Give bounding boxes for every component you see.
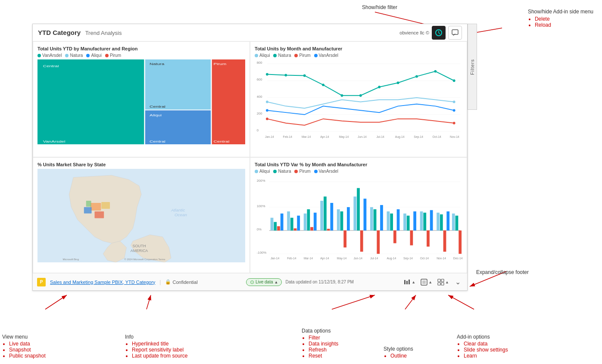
report-icon: P <box>37 278 46 286</box>
svg-rect-146 <box>441 279 444 282</box>
svg-text:200: 200 <box>257 112 263 115</box>
map-chart[interactable]: Atlantic Ocean SOUTH AMERICA Microsoft B… <box>37 169 245 262</box>
svg-rect-142 <box>409 280 410 284</box>
filters-panel[interactable]: Filters <box>468 24 477 110</box>
svg-text:Aliqui: Aliqui <box>150 113 162 117</box>
show-hide-addin-annotation: Show/hide Add-in side menu Delete Reload <box>528 9 593 28</box>
svg-text:Apr-14: Apr-14 <box>320 135 329 139</box>
svg-rect-86 <box>290 218 293 231</box>
svg-text:Mar-14: Mar-14 <box>304 257 313 260</box>
svg-text:Jan-14: Jan-14 <box>271 257 280 260</box>
svg-text:May-14: May-14 <box>337 257 347 260</box>
svg-text:Jun-14: Jun-14 <box>353 257 362 260</box>
svg-text:800: 800 <box>257 61 263 65</box>
comment-icon-button[interactable] <box>448 26 462 40</box>
line-chart-panel: Total Units by Month and Manufacturer Al… <box>250 41 467 157</box>
svg-line-4 <box>147 295 151 309</box>
svg-rect-118 <box>423 213 426 230</box>
svg-point-34 <box>284 74 287 76</box>
svg-rect-88 <box>297 216 300 230</box>
svg-rect-81 <box>271 218 274 231</box>
svg-point-33 <box>266 73 268 76</box>
svg-rect-112 <box>397 209 400 230</box>
svg-text:Sep-14: Sep-14 <box>414 135 423 139</box>
svg-rect-98 <box>340 212 343 230</box>
svg-text:Nov-14: Nov-14 <box>450 135 459 138</box>
svg-text:Oct-14: Oct-14 <box>420 257 429 260</box>
svg-rect-89 <box>304 214 307 230</box>
info-annotation: Info Hyperlinked title Report sensitivit… <box>125 334 187 359</box>
svg-text:Central: Central <box>150 139 165 143</box>
svg-rect-141 <box>406 281 408 284</box>
svg-rect-105 <box>370 207 373 230</box>
line-legend: Aliqui Natura Pirum VanArsdel <box>255 53 462 58</box>
map-panel: % Units Market Share by State <box>33 157 250 273</box>
addin-options-button[interactable]: ▲ <box>436 278 451 286</box>
svg-rect-96 <box>330 203 333 230</box>
footer-center: ⊙ Live data ▲ Data updated on 11/12/19, … <box>246 278 354 286</box>
treemap-chart[interactable]: VanArsdel Central Natura Central Aliqui … <box>37 59 245 144</box>
report-title: YTD Category Trend Analysis <box>38 29 122 37</box>
svg-rect-87 <box>294 228 297 230</box>
svg-rect-126 <box>455 216 459 230</box>
addin-icon-button[interactable] <box>432 26 446 40</box>
svg-text:0%: 0% <box>257 227 262 231</box>
line-chart[interactable]: 800 600 400 200 0 <box>255 59 462 144</box>
svg-point-44 <box>266 101 268 103</box>
svg-rect-127 <box>459 230 462 254</box>
svg-rect-91 <box>310 227 313 230</box>
style-options-annotation: Style options Outline <box>384 346 413 359</box>
svg-text:600: 600 <box>257 78 263 81</box>
svg-rect-11 <box>37 59 144 144</box>
legend-pirum: Pirum <box>105 53 121 58</box>
style-options-button[interactable]: ▲ <box>419 278 434 286</box>
svg-text:Jul-14: Jul-14 <box>370 257 378 260</box>
svg-text:Sep-14: Sep-14 <box>403 257 413 260</box>
footer-left: P Sales and Marketing Sample PBIX, YTD C… <box>37 278 198 286</box>
svg-text:Aug-14: Aug-14 <box>387 257 396 260</box>
svg-rect-119 <box>427 230 430 246</box>
report-title-link[interactable]: Sales and Marketing Sample PBIX, YTD Cat… <box>50 280 155 285</box>
svg-rect-109 <box>387 212 390 230</box>
svg-point-47 <box>453 109 455 112</box>
svg-rect-140 <box>404 280 405 284</box>
svg-text:© 2024 Microsoft Corporation T: © 2024 Microsoft Corporation Terms <box>125 258 165 261</box>
svg-point-38 <box>359 94 362 97</box>
svg-text:Dec-14: Dec-14 <box>453 257 462 260</box>
svg-rect-66 <box>86 201 91 207</box>
svg-point-41 <box>415 75 418 78</box>
svg-rect-106 <box>374 209 377 230</box>
expand-collapse-footer-button[interactable]: ⌄ <box>452 277 463 287</box>
svg-text:Central: Central <box>213 139 229 143</box>
bar-chart[interactable]: 200% 100% 0% -100% <box>255 175 462 260</box>
svg-rect-107 <box>377 230 380 254</box>
svg-rect-114 <box>407 216 410 230</box>
svg-text:Mar-14: Mar-14 <box>302 135 311 138</box>
svg-point-45 <box>453 101 455 103</box>
view-menu-annotation: View menu Live data Snapshot Public snap… <box>2 334 46 359</box>
svg-rect-63 <box>101 202 110 209</box>
svg-point-37 <box>341 94 343 97</box>
svg-point-46 <box>266 109 268 112</box>
svg-line-3 <box>45 295 67 309</box>
svg-rect-115 <box>410 230 413 245</box>
svg-rect-148 <box>441 283 444 285</box>
svg-text:Feb-14: Feb-14 <box>287 257 296 260</box>
data-options-button[interactable]: ▲ <box>402 278 417 286</box>
svg-text:Jan-14: Jan-14 <box>265 135 274 138</box>
svg-rect-90 <box>307 209 310 230</box>
svg-text:Natura: Natura <box>150 62 165 66</box>
live-data-badge[interactable]: ⊙ Live data ▲ <box>246 278 282 286</box>
svg-text:Jun-14: Jun-14 <box>358 135 367 138</box>
svg-text:Central: Central <box>150 105 165 109</box>
svg-rect-117 <box>420 212 423 230</box>
svg-rect-93 <box>320 201 323 230</box>
report-header-controls: obvience llc © <box>399 26 462 40</box>
svg-rect-95 <box>327 229 330 230</box>
footer-right: ▲ ▲ ▲ ⌄ <box>402 277 463 287</box>
report-window: YTD Category Trend Analysis obvience llc… <box>32 24 468 291</box>
svg-rect-124 <box>446 212 449 230</box>
svg-text:Pirum: Pirum <box>213 62 226 66</box>
svg-rect-83 <box>277 226 280 230</box>
svg-rect-144 <box>422 280 426 284</box>
